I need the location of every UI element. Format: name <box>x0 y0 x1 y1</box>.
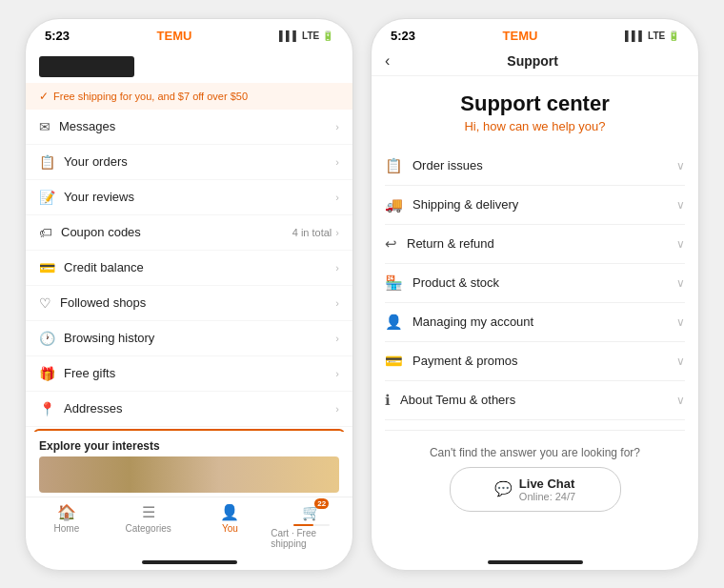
support-item-managing-account[interactable]: 👤 Managing my account ∨ <box>385 303 685 342</box>
header-title: Support <box>399 53 666 69</box>
home-indicator-left <box>142 560 237 564</box>
menu-label-credit: Credit balance <box>64 260 144 274</box>
chevron-icon: › <box>335 192 339 203</box>
menu-label-orders: Your orders <box>64 154 128 169</box>
cart-badge-count: 22 <box>314 498 329 509</box>
promo-banner: ✓ Free shipping for you, and $7 off over… <box>26 83 352 110</box>
chevron-icon: › <box>335 227 339 238</box>
menu-label-gifts: Free gifts <box>64 366 115 380</box>
support-item-shipping-delivery[interactable]: 🚚 Shipping & delivery ∨ <box>385 186 685 225</box>
bottom-nav: 🏠 Home ☰ Categories 👤 You 🛒 22 Cart · Fr… <box>26 497 352 557</box>
about-icon: ℹ <box>385 392 391 409</box>
chevron-down-icon: ∨ <box>676 237 685 251</box>
status-bar-right: 5:23 TEMU ▌▌▌ LTE 🔋 <box>372 19 698 47</box>
menu-label-coupon: Coupon codes <box>61 225 141 239</box>
menu-item-messages[interactable]: ✉ Messages › <box>26 110 352 145</box>
nav-you-label: You <box>222 523 238 534</box>
support-item-product-stock[interactable]: 🏪 Product & stock ∨ <box>385 264 685 303</box>
chevron-icon: › <box>335 297 339 309</box>
live-chat-bubble-icon: 💬 <box>494 480 513 497</box>
nav-you[interactable]: 👤 You <box>190 503 272 549</box>
home-indicator-right <box>488 560 583 564</box>
support-label-payment: Payment & promos <box>412 354 518 368</box>
status-icons-left: ▌▌▌ LTE 🔋 <box>279 30 333 41</box>
followed-icon: ♡ <box>39 295 51 311</box>
nav-categories-label: Categories <box>125 523 171 534</box>
support-header: ‹ Support <box>372 47 698 76</box>
menu-label-followed: Followed shops <box>60 295 146 310</box>
chevron-icon: › <box>335 403 339 415</box>
menu-item-addresses[interactable]: 📍 Addresses › <box>26 392 352 427</box>
support-label-about: About Temu & others <box>400 393 515 407</box>
support-item-payment-promos[interactable]: 💳 Payment & promos ∨ <box>385 342 685 381</box>
nav-home-label: Home <box>54 523 80 534</box>
chevron-icon: › <box>335 368 339 379</box>
brand-right: TEMU <box>503 29 538 43</box>
promo-text: Free shipping for you, and $7 off over $… <box>53 91 248 102</box>
menu-item-coupon-codes[interactable]: 🏷 Coupon codes 4 in total › <box>26 215 352 251</box>
nav-categories[interactable]: ☰ Categories <box>108 503 190 549</box>
time-right: 5:23 <box>391 29 415 43</box>
support-item-return-refund[interactable]: ↩ Return & refund ∨ <box>385 225 685 264</box>
categories-icon: ☰ <box>142 503 155 521</box>
menu-item-your-orders[interactable]: 📋 Your orders › <box>26 145 352 180</box>
support-content: Support center Hi, how can we help you? … <box>372 76 698 557</box>
menu-item-followed-shops[interactable]: ♡ Followed shops › <box>26 286 352 321</box>
menu-label-history: Browsing history <box>64 331 154 345</box>
chevron-icon: › <box>335 156 339 168</box>
support-label-return: Return & refund <box>407 236 494 251</box>
payment-icon: 💳 <box>385 353 403 370</box>
check-icon: ✓ <box>39 90 49 103</box>
addresses-icon: 📍 <box>39 401 55 416</box>
chevron-down-icon: ∨ <box>676 198 685 212</box>
chevron-down-icon: ∨ <box>676 276 685 290</box>
chevron-down-icon: ∨ <box>676 394 685 407</box>
menu-item-your-reviews[interactable]: 📝 Your reviews › <box>26 180 352 215</box>
nav-home[interactable]: 🏠 Home <box>26 503 108 549</box>
coupon-icon: 🏷 <box>39 225 52 240</box>
live-chat-label: Live Chat <box>519 476 575 491</box>
menu-item-credit-balance[interactable]: 💳 Credit balance › <box>26 251 352 286</box>
explore-images <box>39 456 339 493</box>
menu-item-browsing-history[interactable]: 🕐 Browsing history › <box>26 321 352 356</box>
support-label-product: Product & stock <box>412 275 499 290</box>
right-phone: 5:23 TEMU ▌▌▌ LTE 🔋 ‹ Support Support ce… <box>371 18 699 571</box>
chevron-down-icon: ∨ <box>676 315 685 329</box>
coupon-badge: 4 in total <box>292 227 332 238</box>
support-item-order-issues[interactable]: 📋 Order issues ∨ <box>385 147 685 186</box>
chevron-icon: › <box>335 121 339 132</box>
menu-list: ✉ Messages › 📋 Your orders › 📝 Your revi… <box>26 110 352 432</box>
nav-cart[interactable]: 🛒 22 Cart · Free shipping <box>271 503 352 549</box>
chevron-down-icon: ∨ <box>676 355 685 368</box>
you-icon: 👤 <box>220 503 239 521</box>
chevron-down-icon: ∨ <box>676 159 685 172</box>
status-icons-right: ▌▌▌ LTE 🔋 <box>625 30 679 41</box>
brand-left: TEMU <box>157 29 192 43</box>
menu-label-messages: Messages <box>59 119 115 133</box>
return-icon: ↩ <box>385 235 397 253</box>
live-chat-button[interactable]: 💬 Live Chat Online: 24/7 <box>450 467 621 512</box>
explore-label: Explore your interests <box>26 432 352 456</box>
support-item-about-temu[interactable]: ℹ About Temu & others ∨ <box>385 381 685 420</box>
reviews-icon: 📝 <box>39 190 55 205</box>
back-button[interactable]: ‹ <box>385 52 390 70</box>
support-label-shipping: Shipping & delivery <box>412 197 518 212</box>
history-icon: 🕐 <box>39 331 55 346</box>
support-label-account: Managing my account <box>412 314 533 329</box>
status-bar-left: 5:23 TEMU ▌▌▌ LTE 🔋 <box>26 19 352 47</box>
gifts-icon: 🎁 <box>39 366 55 381</box>
user-avatar <box>39 56 134 77</box>
support-center-title: Support center <box>385 91 685 116</box>
order-issues-icon: 📋 <box>385 157 403 174</box>
shipping-icon: 🚚 <box>385 196 403 213</box>
menu-item-free-gifts[interactable]: 🎁 Free gifts › <box>26 356 352 392</box>
nav-cart-label: Cart · Free shipping <box>271 528 352 549</box>
left-phone: 5:23 TEMU ▌▌▌ LTE 🔋 ✓ Free shipping for … <box>25 18 353 571</box>
credit-icon: 💳 <box>39 260 55 275</box>
product-icon: 🏪 <box>385 274 403 292</box>
time-left: 5:23 <box>45 29 70 43</box>
live-chat-status: Online: 24/7 <box>519 491 575 502</box>
menu-label-reviews: Your reviews <box>64 190 134 204</box>
account-icon: 👤 <box>385 314 403 331</box>
menu-label-addresses: Addresses <box>64 401 122 416</box>
